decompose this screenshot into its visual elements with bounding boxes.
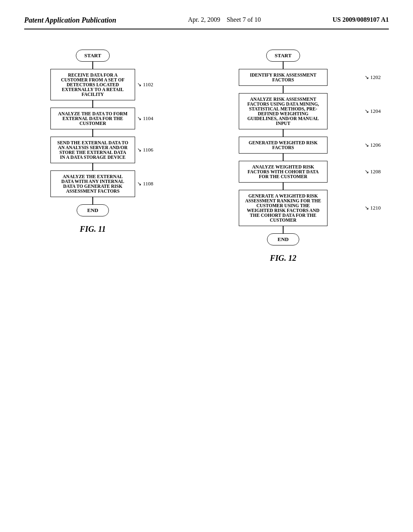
fig11-step1106-wrapper: SEND THE EXTERNAL DATA TO AN ANALYSIS SE… — [24, 137, 161, 163]
fig11-step1104-wrapper: ANALYZE THE DATA TO FORM EXTERNAL DATA F… — [24, 108, 161, 129]
fig12-step1210-wrapper: GENERATE A WEIGHTED RISK ASSESSMENT RANK… — [177, 190, 389, 226]
fig12-step1210: GENERATE A WEIGHTED RISK ASSESSMENT RANK… — [239, 190, 327, 226]
fig12-step1208-wrapper: ANALYZE WEIGHTED RISK FACTORS WITH COHOR… — [177, 161, 389, 183]
header: Patent Application Publication Apr. 2, 2… — [24, 16, 389, 29]
fig11-step1102: RECEIVE DATA FOR A CUSTOMER FROM A SET O… — [50, 69, 135, 100]
fig12-start-wrapper: START — [177, 50, 389, 62]
patent-publication-label: Patent Application Publication — [24, 16, 116, 25]
fig12-step1202: IDENTIFY RISK ASSESSMENT FACTORS — [239, 69, 327, 86]
fig12-step1204-wrapper: ANALYZE RISK ASSESSMENT FACTORS USING DA… — [177, 93, 389, 129]
fig11-label: FIG. 11 — [80, 224, 106, 234]
header-date-sheet: Apr. 2, 2009 Sheet 7 of 10 — [188, 16, 261, 23]
fig12-label1208: ↘ 1208 — [365, 168, 381, 175]
fig12-start-oval: START — [266, 50, 300, 62]
fig11-step1102-wrapper: RECEIVE DATA FOR A CUSTOMER FROM A SET O… — [24, 69, 161, 100]
fig11-label1102: ↘ 1102 — [137, 81, 153, 88]
fig11-step1104: ANALYZE THE DATA TO FORM EXTERNAL DATA F… — [50, 108, 135, 129]
patent-number: US 2009/0089107 A1 — [332, 16, 389, 23]
content-area: START RECEIVE DATA FOR A CUSTOMER FROM A… — [24, 42, 389, 263]
fig12-end-oval: END — [267, 233, 299, 245]
fig12-step1204: ANALYZE RISK ASSESSMENT FACTORS USING DA… — [239, 93, 327, 129]
fig12-label1206: ↘ 1206 — [365, 142, 381, 148]
fig11-flow: START RECEIVE DATA FOR A CUSTOMER FROM A… — [24, 50, 161, 216]
fig11-label1108: ↘ 1108 — [137, 181, 153, 187]
fig12-label1210: ↘ 1210 — [365, 205, 381, 211]
fig11-container: START RECEIVE DATA FOR A CUSTOMER FROM A… — [24, 42, 161, 263]
fig11-step1108: ANALYZE THE EXTERNAL DATA WITH ANY INTER… — [50, 170, 135, 197]
fig12-step1202-wrapper: IDENTIFY RISK ASSESSMENT FACTORS ↘ 1202 — [177, 69, 389, 86]
fig12-step1206: GENERATED WEIGHTED RISK FACTORS — [239, 137, 327, 154]
fig11-end-oval: END — [77, 204, 109, 216]
fig11-start-wrapper: START — [24, 50, 161, 62]
fig12-label: FIG. 12 — [270, 254, 296, 263]
fig11-label1104: ↘ 1104 — [137, 115, 153, 122]
fig12-label1204: ↘ 1204 — [365, 108, 381, 114]
fig11-end-wrapper: END — [24, 204, 161, 216]
sheet-info: Sheet 7 of 10 — [227, 16, 261, 23]
fig12-flow: START IDENTIFY RISK ASSESSMENT FACTORS ↘… — [177, 50, 389, 245]
fig12-end-wrapper: END — [177, 233, 389, 245]
fig11-label1106: ↘ 1106 — [137, 147, 153, 153]
fig12-container: START IDENTIFY RISK ASSESSMENT FACTORS ↘… — [177, 42, 389, 263]
page: Patent Application Publication Apr. 2, 2… — [0, 0, 413, 532]
fig11-step1108-wrapper: ANALYZE THE EXTERNAL DATA WITH ANY INTER… — [24, 170, 161, 197]
fig12-step1206-wrapper: GENERATED WEIGHTED RISK FACTORS ↘ 1206 — [177, 137, 389, 154]
fig11-step1106: SEND THE EXTERNAL DATA TO AN ANALYSIS SE… — [50, 137, 135, 163]
fig11-start-oval: START — [76, 50, 110, 62]
publication-date: Apr. 2, 2009 — [188, 16, 220, 23]
fig12-label1202: ↘ 1202 — [365, 74, 381, 81]
fig12-step1208: ANALYZE WEIGHTED RISK FACTORS WITH COHOR… — [239, 161, 327, 183]
